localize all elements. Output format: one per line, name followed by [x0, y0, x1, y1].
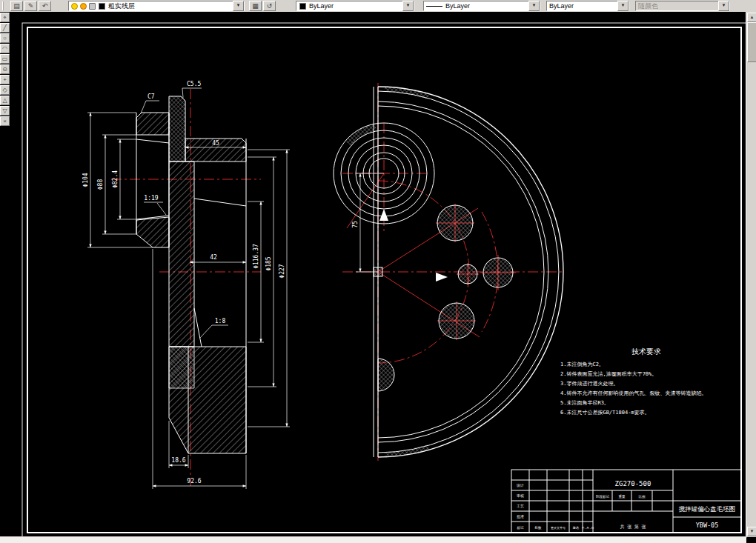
pointer-tool-icon[interactable]: ⌖	[0, 13, 10, 22]
stage-mark-label: 阶段标记	[596, 494, 610, 499]
hatch-tool-icon[interactable]: ▽	[0, 106, 10, 116]
dropdown-arrow-icon[interactable]: ▼	[233, 1, 244, 11]
sheet-frame	[22, 23, 746, 537]
technical-drawing: C5.5 C7 45 42 1:19 1:8 Φ104 Φ88 Φ82.4 Φ1…	[0, 12, 756, 543]
vertical-scrollbar[interactable]: ▲ ▼	[746, 12, 756, 537]
layer-states-manager-icon[interactable]: ▦	[249, 1, 262, 11]
scroll-down-icon[interactable]: ▼	[747, 527, 756, 536]
hub-hatch-segment	[348, 127, 376, 144]
donut-tool-icon[interactable]: ⊙	[0, 64, 10, 74]
toolbar-grip[interactable]	[2, 1, 7, 10]
undo-layer-change-icon[interactable]: ↺	[263, 1, 276, 11]
drawing-title: 搅拌罐偏心盘毛坯图	[679, 505, 736, 513]
layer-lock-icon[interactable]	[89, 3, 96, 10]
lineweight-combo[interactable]: ByLayer ▼	[546, 1, 629, 11]
layer-on-icon[interactable]	[71, 3, 78, 10]
checker-label: 审核	[517, 493, 524, 498]
section-arrow-up	[379, 209, 388, 221]
mark-label: 标记	[517, 525, 525, 530]
disc-web-section	[169, 161, 194, 347]
scale-label: 比例	[639, 495, 646, 499]
front-view: 75	[334, 83, 565, 461]
layer-previous-icon[interactable]: ↶	[39, 1, 51, 11]
cad-application-window: ▤ ✎ ↶ 粗实线层 ▼ ▦ ↺ ByLayer ▼ ByLayer ▼ ByL…	[0, 0, 756, 543]
rectangle-tool-icon[interactable]: ▭	[0, 54, 10, 64]
tech-note: 4.铸件不允许有任何影响使用的气孔、裂纹、夹渣等铸造缺陷。	[560, 390, 706, 396]
tech-requirements: 技术要求 1.未注倒角为C2。 2.铸件表面应光洁,涂覆面积率大于70%。 3.…	[560, 347, 706, 416]
drawing-canvas[interactable]: ⌖ ╱ ○ ◠ ▭ ⊙ + ◇ △ ▽ ×	[0, 12, 756, 543]
hub-cap-section	[136, 113, 169, 135]
linetype-sample-icon	[426, 6, 442, 7]
color-value: ByLayer	[309, 2, 334, 10]
weight-label: 重量	[619, 494, 626, 499]
material-spec: ZG270-500	[615, 480, 651, 487]
scroll-up-icon[interactable]: ▲	[747, 13, 756, 22]
date-label: 年.月.日	[582, 526, 594, 530]
plotstyle-combo: 随颜色 ▼	[635, 1, 730, 11]
bolt-holes	[374, 205, 513, 391]
point-tool-icon[interactable]: +	[0, 75, 10, 84]
current-layer-name: 粗实线层	[108, 1, 135, 11]
tech-note: 6.未注尺寸公差按GB/T1804-m要求。	[560, 409, 650, 416]
arc-tool-icon[interactable]: ◠	[0, 44, 10, 53]
dropdown-arrow-icon[interactable]: ▼	[528, 1, 540, 11]
signature-label: 签名	[573, 526, 580, 530]
dim-label-d11637: Φ116.37	[253, 244, 259, 269]
dropdown-arrow-icon[interactable]: ▼	[617, 1, 629, 11]
layer-color-swatch	[99, 3, 105, 10]
line-tool-icon[interactable]: ╱	[0, 23, 10, 33]
tech-note: 2.铸件表面应光洁,涂覆面积率大于70%。	[560, 370, 657, 377]
edge-half-hole	[378, 359, 394, 391]
approver-label: 批准	[517, 514, 524, 519]
drawing-number: YBW-05	[696, 522, 719, 529]
hub-sleeve-section	[169, 96, 185, 161]
circle-tool-icon[interactable]: ○	[0, 33, 10, 43]
foot-insert-section	[169, 347, 194, 388]
polygon-tool-icon[interactable]: ◇	[0, 85, 10, 95]
dim-label-75: 75	[352, 221, 359, 228]
dropdown-arrow-icon[interactable]: ▼	[402, 1, 414, 11]
dim-label-taper-1-8: 1:8	[215, 318, 226, 324]
rim-hatch-bottom	[385, 447, 428, 455]
dim-label-42: 42	[210, 254, 217, 261]
dim-label-c7: C7	[147, 93, 155, 100]
dim-label-186: 18.6	[171, 457, 185, 464]
bolt-hole	[439, 303, 474, 339]
bolt-hole	[483, 258, 513, 287]
count-label: 处数	[535, 525, 543, 530]
tech-requirements-title: 技术要求	[631, 347, 661, 356]
triangle-tool-icon[interactable]: △	[0, 96, 10, 105]
erase-tool-icon[interactable]: ×	[0, 116, 10, 126]
tech-note: 5.未注圆角半径R3。	[560, 399, 609, 406]
color-swatch	[299, 3, 306, 10]
change-doc-label: 更改文件号	[551, 526, 566, 530]
top-toolbar: ▤ ✎ ↶ 粗实线层 ▼ ▦ ↺ ByLayer ▼ ByLayer ▼ ByL…	[0, 0, 756, 13]
layer-freeze-icon[interactable]	[80, 3, 87, 10]
process-label: 工艺	[517, 504, 524, 508]
plotstyle-value: 随颜色	[638, 1, 658, 11]
dim-label-d824: Φ82.4	[112, 170, 119, 188]
dim-label-d227: Φ227	[279, 264, 285, 278]
dim-label-d104: Φ104	[82, 173, 89, 187]
color-combo[interactable]: ByLayer ▼	[296, 1, 414, 11]
bolt-hole	[437, 205, 473, 241]
layer-combo[interactable]: 粗实线层 ▼	[68, 1, 245, 11]
dim-label-d88: Φ88	[97, 179, 104, 190]
rim-hatch-top	[385, 89, 428, 96]
dim-label-926: 92.6	[187, 478, 201, 484]
draw-toolbar: ⌖ ╱ ○ ◠ ▭ ⊙ + ◇ △ ▽ ×	[0, 13, 11, 126]
designer-label: 设计	[516, 483, 524, 487]
dropdown-arrow-icon: ▼	[718, 1, 729, 11]
horizontal-scrollbar[interactable]	[0, 536, 746, 543]
linetype-value: ByLayer	[445, 2, 470, 10]
lineweight-value: ByLayer	[549, 2, 574, 10]
title-block: ZG270-500 搅拌罐偏心盘毛坯图 YBW-05 阶段标记 重量 比例 共 …	[511, 470, 741, 533]
dim-label-d185: Φ185	[265, 256, 272, 270]
linetype-combo[interactable]: ByLayer ▼	[423, 1, 540, 11]
layer-properties-manager-icon[interactable]: ▤	[10, 1, 23, 11]
tech-note: 1.未注倒角为C2。	[560, 361, 604, 367]
make-object-layer-current-icon[interactable]: ✎	[24, 1, 37, 11]
sheet-count-label: 共 张 第 张	[620, 524, 646, 530]
dim-label-taper-1-19: 1:19	[144, 195, 158, 201]
vertical-scroll-thumb[interactable]	[747, 22, 756, 62]
